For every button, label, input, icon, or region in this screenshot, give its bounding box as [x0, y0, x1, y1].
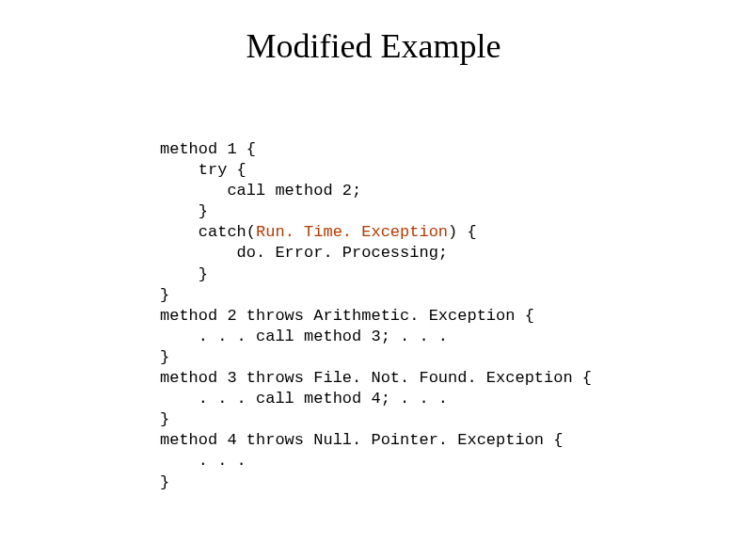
code-line-13: . . . call method 4; . . .	[160, 390, 448, 408]
code-line-12: method 3 throws File. Not. Found. Except…	[160, 369, 592, 387]
code-line-8: }	[160, 286, 169, 304]
code-line-2: try {	[160, 161, 246, 179]
code-line-10: . . . call method 3; . . .	[160, 328, 448, 345]
code-line-16: . . .	[160, 452, 246, 470]
code-line-11: }	[160, 348, 169, 366]
code-highlight-exception: Run. Time. Exception	[256, 223, 448, 241]
code-line-4: }	[160, 202, 208, 220]
code-line-5a: catch(	[160, 223, 256, 241]
slide-title: Modified Example	[0, 0, 747, 66]
code-block: method 1 { try { call method 2; } catch(…	[160, 139, 592, 493]
code-line-6: do. Error. Processing;	[160, 244, 448, 262]
code-line-15: method 4 throws Null. Pointer. Exception…	[160, 431, 563, 449]
code-line-7: }	[160, 265, 208, 283]
code-line-3: call method 2;	[160, 182, 361, 200]
code-line-5c: ) {	[448, 223, 477, 241]
code-line-14: }	[160, 410, 169, 428]
code-line-17: }	[160, 473, 169, 491]
code-line-1: method 1 {	[160, 140, 256, 158]
code-line-9: method 2 throws Arithmetic. Exception {	[160, 307, 534, 325]
